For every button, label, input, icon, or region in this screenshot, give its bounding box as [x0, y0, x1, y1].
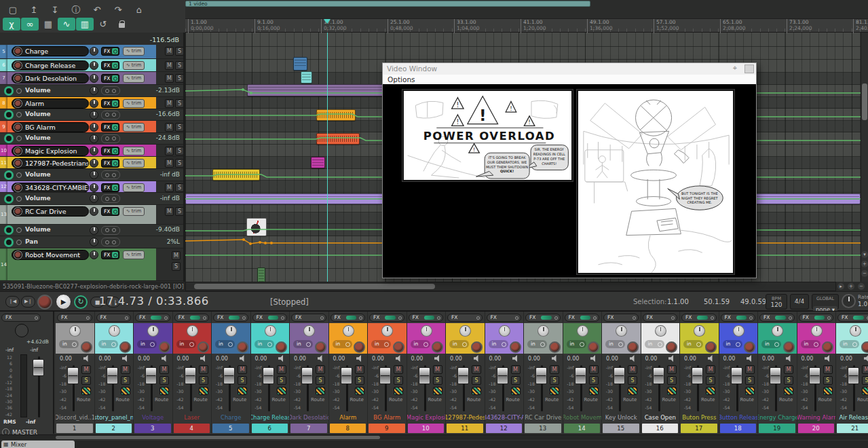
track-envelope-trim-button[interactable]: ∿ trim — [123, 207, 145, 216]
strip-number[interactable]: 15 — [603, 424, 639, 433]
track-name-box[interactable]: Robot Movement — [12, 250, 89, 260]
strip-route-label[interactable]: Route — [857, 397, 868, 403]
envelope-active-icon[interactable] — [4, 170, 14, 180]
strip-fader[interactable] — [341, 367, 352, 384]
bpm-value[interactable]: 120 — [766, 301, 787, 308]
solo-button[interactable]: S — [175, 147, 183, 155]
strip-name[interactable]: Key Unlock — [602, 412, 641, 422]
strip-volume-value[interactable]: 0.00 — [372, 356, 384, 362]
envelope-point[interactable] — [259, 241, 261, 244]
strip-mute-button[interactable]: M — [277, 365, 286, 374]
strip-mute-button[interactable]: M — [355, 365, 364, 374]
mixer-scrollbar-thumb[interactable] — [56, 436, 380, 439]
strip-fx-button[interactable]: FX — [643, 314, 678, 322]
solo-button[interactable]: S — [175, 183, 183, 192]
envelope-bypass-icon[interactable] — [16, 240, 22, 245]
strip-name[interactable]: Voltage — [134, 412, 172, 422]
strip-route-label[interactable]: Route — [233, 397, 246, 403]
strip-record-arm-icon[interactable] — [783, 341, 795, 353]
strip-fader[interactable] — [614, 367, 625, 384]
track-volume-knob[interactable] — [90, 47, 98, 56]
strip-solo-button[interactable]: S — [550, 376, 559, 385]
track-name-box[interactable]: 343628-CITY-AMBIENCE- — [12, 183, 89, 193]
strip-pan-knob[interactable] — [187, 325, 198, 337]
strip-mute-button[interactable]: M — [394, 365, 403, 374]
route-stripes-icon[interactable] — [862, 387, 868, 395]
strip-fader[interactable] — [145, 367, 157, 384]
zoom-in-vertical-icon[interactable]: + — [861, 261, 868, 267]
strip-mute-button[interactable]: M — [316, 365, 325, 374]
strip-solo-button[interactable]: S — [433, 376, 442, 385]
envelope-value-knob[interactable] — [90, 86, 98, 95]
strip-input-button[interactable]: in — [645, 340, 664, 348]
strip-route-label[interactable]: Route — [428, 397, 442, 403]
strip-name[interactable]: Case Open — [641, 412, 680, 422]
envelope-mode-buttons[interactable] — [101, 134, 120, 143]
route-stripes-icon[interactable] — [511, 387, 521, 395]
strip-number[interactable]: 11 — [447, 424, 483, 433]
envelope-bypass-icon[interactable] — [16, 112, 22, 117]
strip-fx-button[interactable]: FX — [487, 314, 522, 322]
strip-volume-value[interactable]: 0.00 — [99, 356, 111, 362]
track-envelope-trim-button[interactable]: ∿ trim — [123, 74, 145, 83]
strip-record-arm-icon[interactable] — [159, 341, 170, 353]
strip-volume-value[interactable]: 0.00 — [60, 356, 72, 362]
track-volume-knob[interactable] — [90, 99, 98, 108]
mute-button[interactable]: M — [165, 183, 174, 192]
strip-fx-button[interactable]: FX — [525, 314, 561, 322]
track-volume-knob[interactable] — [90, 147, 98, 155]
play-button[interactable]: ▶ — [56, 294, 71, 310]
strip-solo-button[interactable]: S — [159, 376, 169, 385]
strip-input-button[interactable]: in — [215, 340, 235, 348]
envelope-mode-buttons[interactable] — [101, 111, 120, 119]
strip-name[interactable]: 343628-CITY-A — [485, 412, 524, 422]
strip-number[interactable]: 20 — [798, 424, 835, 433]
strip-solo-button[interactable]: S — [745, 376, 755, 385]
strip-record-arm-icon[interactable] — [705, 341, 717, 353]
mute-button[interactable]: M — [165, 61, 174, 70]
solo-button[interactable]: S — [175, 61, 183, 70]
strip-input-button[interactable]: in — [839, 340, 859, 348]
strip-number[interactable]: 1 — [56, 424, 93, 433]
selection-start[interactable]: 1.1.00 — [667, 298, 689, 305]
strip-fx-button[interactable]: FX — [799, 314, 834, 322]
route-stripes-icon[interactable] — [784, 387, 793, 395]
strip-fx-button[interactable]: FX — [135, 314, 170, 322]
route-stripes-icon[interactable] — [316, 387, 325, 395]
strip-input-button[interactable]: in — [527, 340, 547, 348]
strip-pan-knob[interactable] — [655, 325, 666, 337]
strip-fader[interactable] — [809, 367, 820, 384]
route-stripes-icon[interactable] — [121, 387, 130, 395]
strip-input-button[interactable]: in — [567, 340, 586, 348]
strip-mute-button[interactable]: M — [433, 365, 442, 374]
strip-route-label[interactable]: Route — [662, 397, 676, 403]
mute-button[interactable]: M — [165, 207, 174, 216]
route-stripes-icon[interactable] — [589, 387, 599, 395]
strip-mute-button[interactable]: M — [784, 365, 793, 374]
strip-volume-value[interactable]: 0.00 — [567, 356, 580, 362]
envelope-point[interactable] — [242, 88, 244, 91]
envelope-active-icon[interactable] — [4, 194, 14, 204]
track-fx-button[interactable]: FX — [101, 207, 119, 216]
strip-fx-button[interactable]: FX — [759, 314, 795, 322]
strip-fx-button[interactable]: FX — [57, 314, 92, 322]
strip-number[interactable]: 7 — [290, 424, 327, 433]
strip-volume-value[interactable]: 0.00 — [333, 356, 345, 362]
strip-fader[interactable] — [535, 367, 547, 384]
strip-pan-knob[interactable] — [109, 325, 120, 337]
bpm-box[interactable]: BPM 120 — [766, 294, 787, 310]
strip-fx-button[interactable]: FX — [565, 314, 600, 322]
strip-fader[interactable] — [457, 367, 469, 384]
timeline-ruler[interactable]: 1.1.000:00.0009.1.000:16.00017.1.000:32.… — [185, 18, 868, 33]
envelope-point[interactable] — [242, 238, 245, 241]
strip-number[interactable]: 16 — [642, 424, 679, 433]
strip-volume-value[interactable]: 0.00 — [216, 356, 228, 362]
strip-record-arm-icon[interactable] — [119, 341, 131, 353]
record-arm-icon[interactable] — [14, 124, 22, 131]
envelope-active-icon[interactable] — [4, 110, 14, 119]
envelope-active-icon[interactable] — [4, 134, 14, 143]
strip-mute-button[interactable]: M — [81, 365, 91, 374]
record-arm-icon[interactable] — [14, 208, 22, 215]
track-volume-knob[interactable] — [90, 159, 98, 168]
record-arm-icon[interactable] — [14, 48, 22, 55]
